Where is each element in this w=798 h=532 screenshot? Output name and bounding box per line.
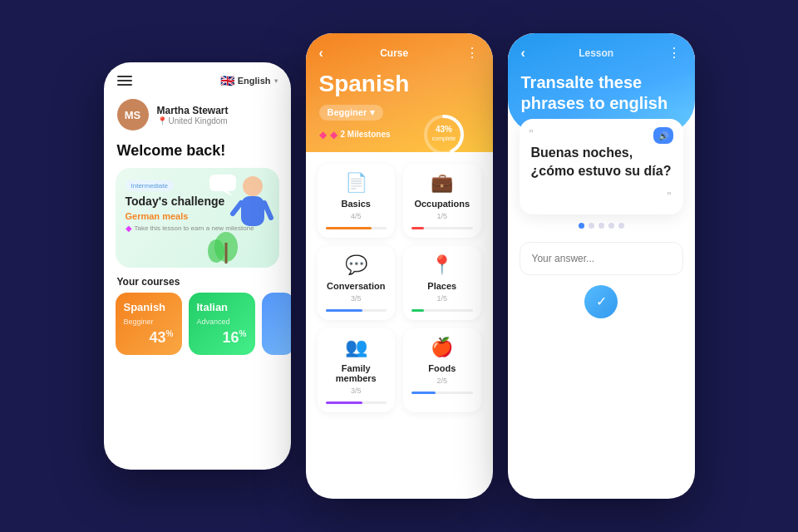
svg-marker-5 <box>223 191 233 196</box>
foods-icon: 🍎 <box>431 337 453 358</box>
lesson-count: 4/5 <box>351 212 362 220</box>
course-percent: 43% <box>124 329 174 347</box>
phone-1: 🇬🇧 English ▾ MS Martha Stewart 📍 United … <box>104 62 291 470</box>
svg-line-2 <box>264 203 271 218</box>
course-title: Spanish <box>319 71 480 97</box>
svg-rect-4 <box>209 175 236 191</box>
course-card-extra[interactable] <box>262 293 291 355</box>
profile-info: Martha Stewart 📍 United Kingdom <box>157 105 229 126</box>
answer-input[interactable] <box>520 242 683 275</box>
progress-fill <box>326 227 372 229</box>
conversation-icon: 💬 <box>345 254 367 276</box>
course-percent: 16% <box>197 329 247 347</box>
places-icon: 📍 <box>431 254 453 276</box>
user-location: 📍 United Kingdom <box>157 116 229 126</box>
p2-top-bar: ‹ Curse ⋮ <box>319 45 480 61</box>
lesson-card-basics[interactable]: 📄 Basics 4/5 <box>318 164 396 238</box>
dot-4[interactable] <box>608 223 614 229</box>
lesson-card-places[interactable]: 📍 Places 1/5 <box>403 246 481 320</box>
phone-2: ‹ Curse ⋮ Spanish Begginer ▾ ◆ ◆ 2 Miles… <box>306 33 493 499</box>
hero-section: Spanish Begginer ▾ ◆ ◆ 2 Milestones 43% … <box>319 71 480 152</box>
svg-rect-1 <box>241 196 264 226</box>
lesson-name: Occupations <box>414 199 470 209</box>
check-icon: ✓ <box>596 293 607 309</box>
occupations-icon: 💼 <box>431 172 453 194</box>
progress-bar <box>411 227 473 229</box>
progress-fill <box>326 401 362 404</box>
quote-close-icon: " <box>531 190 672 203</box>
basics-icon: 📄 <box>345 172 367 194</box>
back-button[interactable]: ‹ <box>521 46 525 61</box>
chevron-down-icon: ▾ <box>370 107 375 118</box>
course-name: Italian <box>197 301 247 313</box>
p3-top-bar: ‹ Lesson ⋮ <box>521 45 682 61</box>
lesson-count: 2/5 <box>436 377 447 385</box>
dot-3[interactable] <box>598 223 604 229</box>
family-icon: 👥 <box>345 337 367 358</box>
lesson-count: 1/5 <box>436 294 447 303</box>
chevron-down-icon: ▾ <box>274 77 278 85</box>
lesson-name: Foods <box>428 363 456 373</box>
location-icon: 📍 <box>157 116 167 126</box>
lesson-count: 1/5 <box>436 212 447 220</box>
lesson-card-family[interactable]: 👥 Family members 3/5 <box>318 328 396 412</box>
lesson-card-occupations[interactable]: 💼 Occupations 1/5 <box>403 164 481 238</box>
person-illustration <box>201 168 276 264</box>
progress-fill <box>411 309 424 312</box>
svg-text:complete: complete <box>431 135 456 142</box>
menu-icon[interactable] <box>117 76 132 86</box>
avatar: MS <box>117 99 149 131</box>
progress-bar <box>326 227 387 229</box>
quote-card: " 🔊 Buenas noches, ¿cómo estuvo su día? … <box>520 119 683 214</box>
courses-row: Spanish Begginer 43% Italian Advanced 16… <box>104 293 291 355</box>
more-options-button[interactable]: ⋮ <box>667 45 682 61</box>
course-level: Advanced <box>197 318 247 326</box>
quote-text: Buenas noches, ¿cómo estuvo su día? <box>531 131 672 190</box>
course-level: Begginer <box>124 318 174 326</box>
lesson-name: Family members <box>326 363 387 383</box>
course-card-spanish[interactable]: Spanish Begginer 43% <box>116 293 182 355</box>
level-badge[interactable]: Begginer ▾ <box>319 105 384 121</box>
more-options-button[interactable]: ⋮ <box>466 45 480 61</box>
progress-fill <box>411 227 424 229</box>
svg-text:43%: 43% <box>435 125 451 134</box>
lesson-count: 3/5 <box>351 294 362 303</box>
progress-fill <box>411 392 436 394</box>
lesson-card-conversation[interactable]: 💬 Conversation 3/5 <box>318 246 396 320</box>
dot-2[interactable] <box>589 223 594 229</box>
p3-body: " 🔊 Buenas noches, ¿cómo estuvo su día? … <box>508 119 695 330</box>
back-button[interactable]: ‹ <box>319 46 323 61</box>
lesson-card-foods[interactable]: 🍎 Foods 2/5 <box>403 328 481 412</box>
courses-label: Your courses <box>104 268 291 293</box>
progress-bar <box>411 309 473 312</box>
language-selector[interactable]: 🇬🇧 English ▾ <box>220 74 278 87</box>
check-button[interactable]: ✓ <box>584 285 618 318</box>
lesson-name: Basics <box>342 199 371 209</box>
challenge-card[interactable]: Intermediate Today's challenge German me… <box>116 168 279 268</box>
dot-5[interactable] <box>618 223 624 229</box>
profile-section: MS Martha Stewart 📍 United Kingdom <box>104 94 291 139</box>
progress-fill <box>326 309 362 312</box>
phone-3: ‹ Lesson ⋮ Transalte these phrases to en… <box>508 33 695 499</box>
lesson-name: Places <box>427 281 456 291</box>
svg-line-3 <box>233 203 241 214</box>
screens-container: 🇬🇧 English ▾ MS Martha Stewart 📍 United … <box>87 17 712 515</box>
audio-icon[interactable]: 🔊 <box>653 127 673 144</box>
page-title: Curse <box>380 47 408 59</box>
p2-header: ‹ Curse ⋮ Spanish Begginer ▾ ◆ ◆ 2 Miles… <box>306 33 493 152</box>
diamond-icon: ◆ <box>126 224 132 233</box>
progress-bar <box>411 392 473 394</box>
svg-point-0 <box>243 176 263 196</box>
dot-1[interactable] <box>579 223 584 229</box>
quote-open-icon: " <box>530 127 534 140</box>
language-label: English <box>238 76 271 86</box>
gem-icon-2: ◆ <box>330 129 337 140</box>
course-card-italian[interactable]: Italian Advanced 16% <box>189 293 255 355</box>
lesson-instruction: Transalte these phrases to english <box>521 72 682 114</box>
progress-circle: 43% complete <box>421 112 466 157</box>
gem-icon: ◆ <box>319 129 327 140</box>
page-title: Lesson <box>579 47 613 59</box>
welcome-text: Welcome back! <box>104 139 291 168</box>
flag-icon: 🇬🇧 <box>220 74 234 87</box>
pagination-dots <box>520 214 683 237</box>
